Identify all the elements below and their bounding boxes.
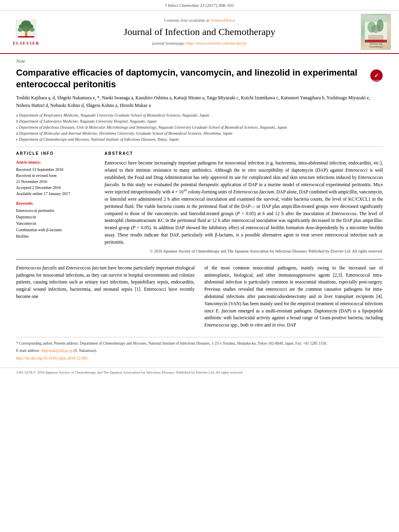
citation-bar: J Infect Chemother 23 (2017) 498–501: [0, 0, 399, 10]
history-label: Article history:: [16, 160, 97, 165]
affiliation-a: a Department of Respiratory Medicine, Na…: [16, 112, 383, 118]
svg-rect-16: [365, 40, 387, 43]
affiliation-d: d Department of Molecular and Internal M…: [16, 130, 383, 136]
page: J Infect Chemother 23 (2017) 498–501: [0, 0, 399, 532]
revised-label: Received in revised form: [16, 173, 97, 179]
svg-point-14: [371, 25, 380, 33]
svg-rect-9: [18, 36, 34, 37]
accepted-date: Accepted 2 December 2016: [16, 185, 97, 191]
journal-title: Journal of Infection and Chemotherapy: [48, 25, 351, 39]
abstract-col: ABSTRACT Enterococci have become increas…: [105, 151, 383, 254]
doi-link[interactable]: http://dx.doi.org/10.1016/j.jjiac.2016.1…: [16, 356, 88, 360]
keywords-section: Keywords: Enterococcal peritonitis Dapto…: [16, 201, 97, 240]
elsevier-logo: ELSEVIER: [13, 18, 40, 46]
svg-rect-8: [25, 33, 27, 36]
body-right-text: of the most common nosocomial pathogens,…: [204, 265, 383, 329]
bottom-bar: 1341-321X/© 2016 Japanese Society of Che…: [0, 368, 399, 377]
article-info-col: ARTICLE INFO Article history: Received 1…: [16, 151, 97, 254]
bottom-bar-text: 1341-321X/© 2016 Japanese Society of Che…: [16, 370, 243, 374]
received-date: Received 13 September 2016: [16, 166, 97, 173]
svg-text:CrossMark: CrossMark: [372, 79, 382, 82]
copyright-line: © 2016 Japanese Society of Chemotherapy …: [105, 249, 383, 254]
revised-date: 21 November 2016: [16, 179, 97, 185]
cover-svg: [363, 15, 389, 43]
keyword-5: Biofilm: [16, 233, 97, 240]
body-left-col: Enterococcus faecalis and Enterococcus f…: [16, 265, 195, 329]
sciencedirect-line: Contents lists available at ScienceDirec…: [48, 17, 351, 23]
affiliation-c: c Department of Infectious Diseases, Uni…: [16, 124, 383, 130]
journal-cover-image: Infection and Chemotherapy: [361, 14, 391, 50]
email-line: E-mail address: shigeinak@nih.go.jp (S. …: [16, 348, 383, 353]
crossmark-icon: ✓ CrossMark: [370, 69, 383, 82]
note-label: Note: [16, 58, 383, 65]
citation-text: J Infect Chemother 23 (2017) 498–501: [165, 3, 234, 8]
corresponding-author: * Corresponding author. Present address:…: [16, 341, 383, 346]
affiliations: a Department of Respiratory Medicine, Na…: [16, 112, 383, 142]
body-right-col: of the most common nosocomial pathogens,…: [204, 265, 383, 329]
keywords-label: Keywords:: [16, 201, 97, 206]
crossmark-area: ✓ CrossMark: [370, 69, 383, 84]
homepage-line: journal homepage: http://www.elsevier.co…: [48, 40, 351, 46]
available-date: Available online 17 January 2017: [16, 191, 97, 197]
title-area: ✓ CrossMark Comparative efficacies of da…: [16, 67, 383, 90]
affiliation-b: b Department of Laboratory Medicine, Nag…: [16, 118, 383, 124]
authors-text: Toshiki Kajihara a, d, Shigeki Nakamura …: [16, 95, 370, 107]
divider-1: [16, 146, 383, 147]
svg-point-5: [30, 28, 35, 32]
elsevier-text: ELSEVIER: [13, 41, 40, 46]
article-info-abstract: ARTICLE INFO Article history: Received 1…: [16, 151, 383, 254]
body-left-text: Enterococcus faecalis and Enterococcus f…: [16, 265, 195, 300]
journal-cover-area: Infection and Chemotherapy: [355, 14, 391, 50]
keyword-4: Combination with β-lactams: [16, 227, 97, 233]
elsevier-tree-icon: [14, 18, 38, 40]
email-link[interactable]: shigeinak@nih.go.jp: [41, 349, 73, 353]
article-title: Comparative efficacies of daptomycin, va…: [16, 67, 383, 90]
sciencedirect-link[interactable]: ScienceDirect: [210, 18, 235, 23]
affiliation-e: e Department of Chemotherapy and Mycoses…: [16, 136, 383, 142]
authors: Toshiki Kajihara a, d, Shigeki Nakamura …: [16, 94, 383, 109]
svg-text:✓: ✓: [374, 72, 379, 79]
abstract-heading: ABSTRACT: [105, 151, 383, 156]
keyword-3: Vancomycin: [16, 220, 97, 227]
body-text-area: Enterococcus faecalis and Enterococcus f…: [16, 265, 383, 329]
journal-header-center: Contents lists available at ScienceDirec…: [44, 17, 355, 46]
footnotes-section: * Corresponding author. Present address:…: [16, 337, 383, 354]
homepage-link[interactable]: http://www.elsevier.com/locate/jic: [186, 41, 247, 45]
svg-point-7: [25, 31, 27, 33]
keyword-1: Enterococcal peritonitis: [16, 207, 97, 214]
elsevier-logo-area: ELSEVIER: [8, 18, 44, 46]
abstract-text: Enterococci have become increasingly imp…: [105, 160, 383, 246]
doi-line[interactable]: http://dx.doi.org/10.1016/j.jjiac.2016.1…: [16, 355, 383, 361]
body-divider: [16, 259, 383, 260]
svg-rect-11: [365, 15, 387, 22]
journal-header: ELSEVIER Contents lists available at Sci…: [0, 10, 399, 54]
article-history: Article history: Received 13 September 2…: [16, 160, 97, 197]
keyword-2: Daptomycin: [16, 214, 97, 220]
article-info-heading: ARTICLE INFO: [16, 151, 97, 156]
main-content: Note ✓ CrossMark Comparative efficacies …: [0, 54, 399, 365]
cover-text: Infection and Chemotherapy: [362, 43, 389, 48]
svg-point-4: [18, 28, 23, 32]
